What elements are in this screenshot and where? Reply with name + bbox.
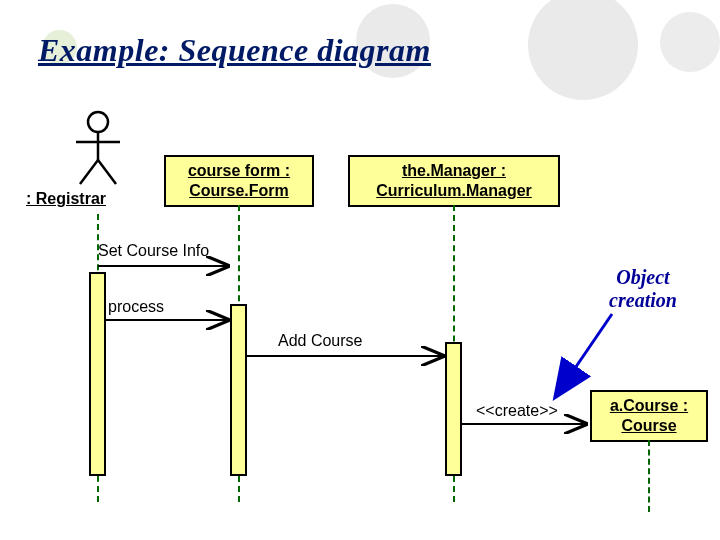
msg-addcourse: Add Course <box>278 332 363 350</box>
svg-line-3 <box>80 160 98 184</box>
lifeline-course <box>648 440 650 512</box>
note-object-creation: Object creation <box>588 266 698 312</box>
activation-courseform <box>230 304 247 476</box>
object-course: a.Course : Course <box>590 390 708 442</box>
activation-manager <box>445 342 462 476</box>
bg-circle-2 <box>528 0 638 100</box>
actor-icon <box>72 110 124 188</box>
object-courseform-line1: course form : <box>188 162 290 179</box>
svg-line-10 <box>556 314 612 396</box>
object-course-line2: Course <box>621 417 676 434</box>
object-courseform-line2: Course.Form <box>189 182 289 199</box>
actor-label: : Registrar <box>26 190 106 208</box>
object-course-line1: a.Course : <box>610 397 688 414</box>
bg-circle-3 <box>660 12 720 72</box>
note-line2: creation <box>609 289 677 311</box>
page-title: Example: Sequence diagram <box>38 32 431 69</box>
svg-point-0 <box>88 112 108 132</box>
activation-registrar <box>89 272 106 476</box>
svg-line-4 <box>98 160 116 184</box>
object-manager-line2: Curriculum.Manager <box>376 182 532 199</box>
msg-setcourseinfo: Set Course Info <box>98 242 209 260</box>
note-line1: Object <box>616 266 669 288</box>
object-manager-line1: the.Manager : <box>402 162 506 179</box>
msg-process: process <box>108 298 164 316</box>
object-manager: the.Manager : Curriculum.Manager <box>348 155 560 207</box>
object-courseform: course form : Course.Form <box>164 155 314 207</box>
msg-create: <<create>> <box>476 402 558 420</box>
